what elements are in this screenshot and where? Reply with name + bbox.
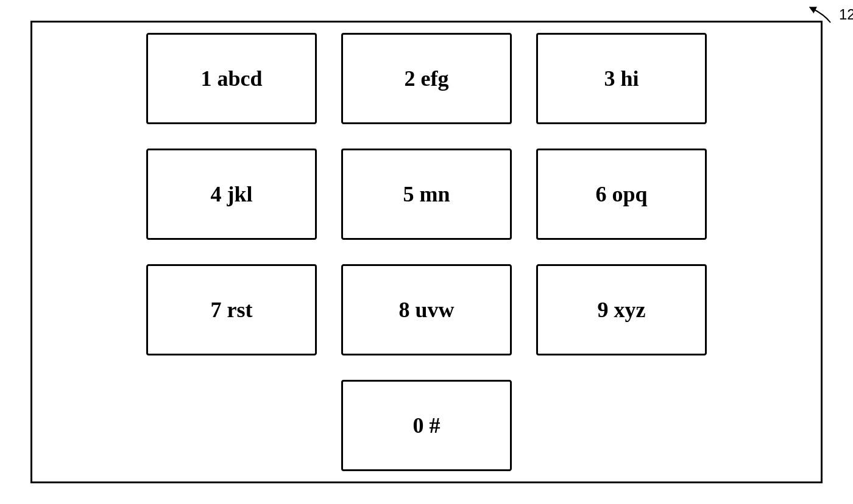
diagram-label: 121: [806, 5, 853, 24]
key-9-button[interactable]: 9 xyz: [536, 264, 707, 355]
keypad-container: 121 1 abcd 2 efg 3 hi 4 jkl 5 mn 6 opq 7…: [30, 21, 823, 483]
key-6-button[interactable]: 6 opq: [536, 149, 707, 240]
key-5-button[interactable]: 5 mn: [341, 149, 512, 240]
key-1-button[interactable]: 1 abcd: [146, 33, 317, 124]
key-0-button[interactable]: 0 #: [341, 380, 512, 471]
arrow-icon: [806, 5, 837, 24]
diagram-number: 121: [839, 6, 853, 23]
keypad-grid: 1 abcd 2 efg 3 hi 4 jkl 5 mn 6 opq 7 rst…: [32, 23, 821, 481]
key-2-button[interactable]: 2 efg: [341, 33, 512, 124]
key-4-button[interactable]: 4 jkl: [146, 149, 317, 240]
key-3-button[interactable]: 3 hi: [536, 33, 707, 124]
key-8-button[interactable]: 8 uvw: [341, 264, 512, 355]
key-7-button[interactable]: 7 rst: [146, 264, 317, 355]
